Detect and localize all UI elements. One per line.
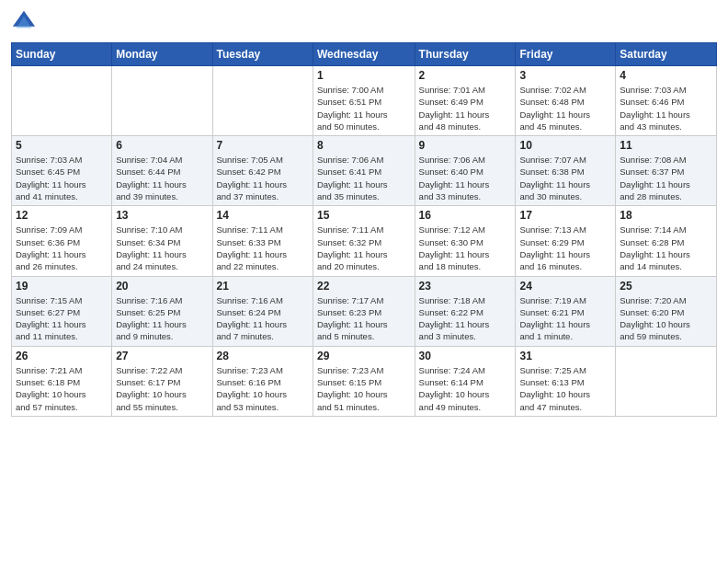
calendar-week-row: 1Sunrise: 7:00 AM Sunset: 6:51 PM Daylig… <box>12 66 717 136</box>
day-number: 13 <box>116 209 208 222</box>
calendar-day-cell: 1Sunrise: 7:00 AM Sunset: 6:51 PM Daylig… <box>313 66 415 136</box>
calendar-day-cell <box>112 66 212 136</box>
day-of-week-header: Sunday <box>12 43 112 66</box>
calendar-day-cell: 20Sunrise: 7:16 AM Sunset: 6:25 PM Dayli… <box>112 276 212 346</box>
day-number: 21 <box>217 280 309 293</box>
day-of-week-header: Monday <box>112 43 212 66</box>
calendar-week-row: 5Sunrise: 7:03 AM Sunset: 6:45 PM Daylig… <box>12 136 717 206</box>
day-info: Sunrise: 7:23 AM Sunset: 6:15 PM Dayligh… <box>317 364 411 413</box>
calendar-day-cell: 28Sunrise: 7:23 AM Sunset: 6:16 PM Dayli… <box>212 346 313 416</box>
calendar-day-cell: 4Sunrise: 7:03 AM Sunset: 6:46 PM Daylig… <box>616 66 717 136</box>
calendar-day-cell: 31Sunrise: 7:25 AM Sunset: 6:13 PM Dayli… <box>516 346 616 416</box>
calendar-day-cell: 19Sunrise: 7:15 AM Sunset: 6:27 PM Dayli… <box>12 276 112 346</box>
day-info: Sunrise: 7:12 AM Sunset: 6:30 PM Dayligh… <box>419 224 512 272</box>
calendar-day-cell: 6Sunrise: 7:04 AM Sunset: 6:44 PM Daylig… <box>112 136 212 206</box>
day-number: 5 <box>16 139 108 152</box>
day-info: Sunrise: 7:00 AM Sunset: 6:51 PM Dayligh… <box>317 84 411 132</box>
day-info: Sunrise: 7:16 AM Sunset: 6:24 PM Dayligh… <box>217 294 309 343</box>
day-info: Sunrise: 7:18 AM Sunset: 6:22 PM Dayligh… <box>419 294 512 343</box>
day-number: 1 <box>317 69 411 82</box>
calendar-day-cell: 15Sunrise: 7:11 AM Sunset: 6:32 PM Dayli… <box>313 206 415 276</box>
day-number: 8 <box>317 139 411 152</box>
day-info: Sunrise: 7:06 AM Sunset: 6:40 PM Dayligh… <box>419 154 512 202</box>
day-info: Sunrise: 7:16 AM Sunset: 6:25 PM Dayligh… <box>116 294 208 343</box>
day-info: Sunrise: 7:25 AM Sunset: 6:13 PM Dayligh… <box>519 364 611 413</box>
day-number: 19 <box>16 280 108 293</box>
calendar-day-cell: 2Sunrise: 7:01 AM Sunset: 6:49 PM Daylig… <box>415 66 516 136</box>
calendar-day-cell: 27Sunrise: 7:22 AM Sunset: 6:17 PM Dayli… <box>112 346 212 416</box>
day-info: Sunrise: 7:19 AM Sunset: 6:21 PM Dayligh… <box>519 294 611 343</box>
day-number: 20 <box>116 280 208 293</box>
calendar-day-cell: 5Sunrise: 7:03 AM Sunset: 6:45 PM Daylig… <box>12 136 112 206</box>
day-number: 26 <box>16 350 108 362</box>
day-info: Sunrise: 7:04 AM Sunset: 6:44 PM Dayligh… <box>116 154 208 202</box>
day-info: Sunrise: 7:09 AM Sunset: 6:36 PM Dayligh… <box>16 224 108 272</box>
calendar-day-cell: 12Sunrise: 7:09 AM Sunset: 6:36 PM Dayli… <box>12 206 112 276</box>
calendar-week-row: 12Sunrise: 7:09 AM Sunset: 6:36 PM Dayli… <box>12 206 717 276</box>
calendar-day-cell: 25Sunrise: 7:20 AM Sunset: 6:20 PM Dayli… <box>616 276 717 346</box>
day-info: Sunrise: 7:11 AM Sunset: 6:32 PM Dayligh… <box>317 224 411 272</box>
calendar-day-cell: 7Sunrise: 7:05 AM Sunset: 6:42 PM Daylig… <box>212 136 313 206</box>
day-number: 24 <box>519 280 611 293</box>
day-info: Sunrise: 7:14 AM Sunset: 6:28 PM Dayligh… <box>620 224 712 272</box>
calendar-day-cell: 16Sunrise: 7:12 AM Sunset: 6:30 PM Dayli… <box>415 206 516 276</box>
day-info: Sunrise: 7:15 AM Sunset: 6:27 PM Dayligh… <box>16 294 108 343</box>
calendar-day-cell: 30Sunrise: 7:24 AM Sunset: 6:14 PM Dayli… <box>415 346 516 416</box>
day-info: Sunrise: 7:11 AM Sunset: 6:33 PM Dayligh… <box>217 224 309 272</box>
day-info: Sunrise: 7:23 AM Sunset: 6:16 PM Dayligh… <box>217 364 309 413</box>
calendar-day-cell <box>212 66 313 136</box>
day-info: Sunrise: 7:06 AM Sunset: 6:41 PM Dayligh… <box>317 154 411 202</box>
day-number: 29 <box>317 350 411 362</box>
day-info: Sunrise: 7:13 AM Sunset: 6:29 PM Dayligh… <box>519 224 611 272</box>
day-info: Sunrise: 7:05 AM Sunset: 6:42 PM Dayligh… <box>217 154 309 202</box>
day-number: 25 <box>620 280 712 293</box>
calendar-day-cell: 29Sunrise: 7:23 AM Sunset: 6:15 PM Dayli… <box>313 346 415 416</box>
day-info: Sunrise: 7:08 AM Sunset: 6:37 PM Dayligh… <box>620 154 712 202</box>
day-info: Sunrise: 7:22 AM Sunset: 6:17 PM Dayligh… <box>116 364 208 413</box>
calendar-day-cell: 18Sunrise: 7:14 AM Sunset: 6:28 PM Dayli… <box>616 206 717 276</box>
day-info: Sunrise: 7:02 AM Sunset: 6:48 PM Dayligh… <box>519 84 611 132</box>
day-number: 10 <box>519 139 611 152</box>
day-info: Sunrise: 7:03 AM Sunset: 6:45 PM Dayligh… <box>16 154 108 202</box>
calendar-day-cell: 8Sunrise: 7:06 AM Sunset: 6:41 PM Daylig… <box>313 136 415 206</box>
calendar-day-cell: 24Sunrise: 7:19 AM Sunset: 6:21 PM Dayli… <box>516 276 616 346</box>
calendar-table: SundayMondayTuesdayWednesdayThursdayFrid… <box>11 42 717 417</box>
calendar-day-cell: 3Sunrise: 7:02 AM Sunset: 6:48 PM Daylig… <box>516 66 616 136</box>
page-container: SundayMondayTuesdayWednesdayThursdayFrid… <box>0 0 728 424</box>
day-number: 17 <box>519 209 611 222</box>
calendar-day-cell: 14Sunrise: 7:11 AM Sunset: 6:33 PM Dayli… <box>212 206 313 276</box>
day-of-week-header: Wednesday <box>313 43 415 66</box>
day-number: 6 <box>116 139 208 152</box>
day-number: 15 <box>317 209 411 222</box>
calendar-day-cell <box>616 346 717 416</box>
day-number: 18 <box>620 209 712 222</box>
day-of-week-header: Saturday <box>616 43 717 66</box>
day-info: Sunrise: 7:24 AM Sunset: 6:14 PM Dayligh… <box>419 364 512 413</box>
day-info: Sunrise: 7:17 AM Sunset: 6:23 PM Dayligh… <box>317 294 411 343</box>
calendar-week-row: 19Sunrise: 7:15 AM Sunset: 6:27 PM Dayli… <box>12 276 717 346</box>
header <box>11 9 717 35</box>
day-info: Sunrise: 7:20 AM Sunset: 6:20 PM Dayligh… <box>620 294 712 343</box>
day-number: 28 <box>217 350 309 362</box>
calendar-day-cell: 13Sunrise: 7:10 AM Sunset: 6:34 PM Dayli… <box>112 206 212 276</box>
day-info: Sunrise: 7:21 AM Sunset: 6:18 PM Dayligh… <box>16 364 108 413</box>
day-of-week-header: Tuesday <box>212 43 313 66</box>
day-number: 23 <box>419 280 512 293</box>
day-number: 22 <box>317 280 411 293</box>
day-info: Sunrise: 7:01 AM Sunset: 6:49 PM Dayligh… <box>419 84 512 132</box>
day-number: 11 <box>620 139 712 152</box>
calendar-day-cell: 22Sunrise: 7:17 AM Sunset: 6:23 PM Dayli… <box>313 276 415 346</box>
logo <box>11 9 40 35</box>
day-info: Sunrise: 7:07 AM Sunset: 6:38 PM Dayligh… <box>519 154 611 202</box>
day-number: 14 <box>217 209 309 222</box>
day-of-week-header: Friday <box>516 43 616 66</box>
day-number: 31 <box>519 350 611 362</box>
day-number: 27 <box>116 350 208 362</box>
day-number: 4 <box>620 69 712 82</box>
calendar-day-cell <box>12 66 112 136</box>
day-number: 7 <box>217 139 309 152</box>
day-number: 2 <box>419 69 512 82</box>
logo-icon <box>11 9 37 35</box>
calendar-day-cell: 26Sunrise: 7:21 AM Sunset: 6:18 PM Dayli… <box>12 346 112 416</box>
calendar-day-cell: 11Sunrise: 7:08 AM Sunset: 6:37 PM Dayli… <box>616 136 717 206</box>
